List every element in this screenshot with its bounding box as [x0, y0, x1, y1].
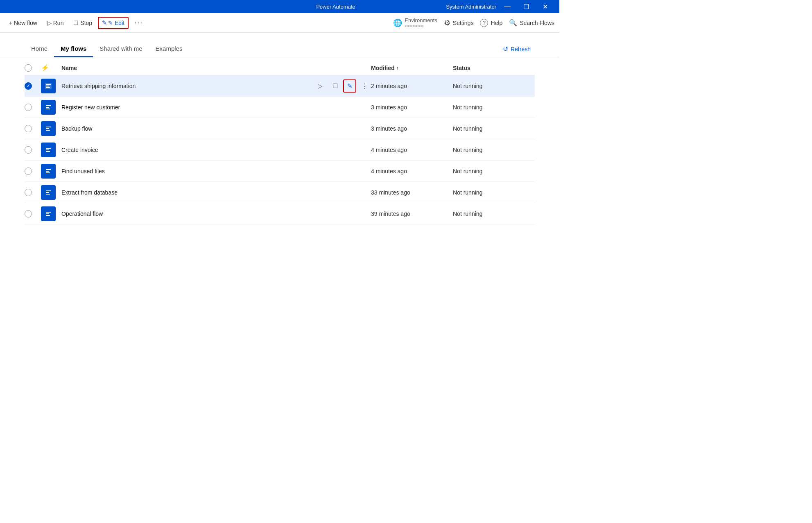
minimize-button[interactable]: — [498, 0, 517, 13]
row-copy-button[interactable]: ☐ [328, 79, 342, 93]
header-modified[interactable]: Modified ↑ [371, 65, 453, 71]
nav-tabs: Home My flows Shared with me Examples ↺ … [0, 41, 559, 57]
flow-type-icon [41, 121, 56, 136]
flow-icon-cell [41, 100, 61, 115]
new-flow-button[interactable]: + New flow [5, 17, 41, 29]
edit-label: ✎ Edit [108, 20, 124, 26]
title-bar: Power Automate System Administrator — ☐ … [0, 0, 559, 13]
edit-pencil-icon: ✎ [102, 19, 107, 27]
row-edit-button[interactable]: ✎ [343, 79, 356, 93]
table-row[interactable]: ✓ Retrieve shipping information ▷ ☐ ✎ ⋮ … [25, 75, 535, 97]
header-checkbox[interactable] [25, 64, 41, 72]
tab-examples[interactable]: Examples [149, 41, 189, 57]
row-checkbox[interactable] [25, 125, 41, 132]
row-select-radio[interactable] [25, 146, 32, 154]
row-checkbox[interactable] [25, 104, 41, 111]
flow-type-icon [41, 100, 56, 115]
svg-rect-11 [46, 149, 49, 150]
select-all-radio[interactable] [25, 64, 32, 72]
table-row[interactable]: Register new customer 3 minutes ago Not … [25, 97, 535, 118]
tab-my-flows[interactable]: My flows [54, 41, 93, 57]
app-title: Power Automate [226, 4, 446, 10]
edit-button[interactable]: ✎ ✎ Edit [98, 17, 129, 29]
environments-sub: •••••••••••• [405, 23, 437, 28]
svg-rect-20 [46, 213, 49, 214]
svg-rect-1 [46, 84, 51, 85]
environments-label: Environments [405, 17, 437, 23]
flow-name: Backup flow [61, 125, 371, 132]
svg-rect-17 [46, 192, 49, 193]
flow-type-icon: ⚡ [41, 64, 49, 71]
flow-name: Extract from database [61, 189, 371, 196]
row-modified: 39 minutes ago [371, 211, 453, 217]
svg-rect-21 [46, 215, 50, 216]
more-button[interactable]: ··· [130, 16, 147, 29]
header-icon-col: ⚡ [41, 64, 61, 72]
table-row[interactable]: Operational flow 39 minutes ago Not runn… [25, 203, 535, 224]
flow-type-icon [41, 206, 56, 221]
table-row[interactable]: Backup flow 3 minutes ago Not running [25, 118, 535, 139]
row-checkbox[interactable] [25, 189, 41, 196]
environments-item[interactable]: 🌐 Environments •••••••••••• [393, 17, 437, 28]
flow-type-icon [41, 164, 56, 179]
row-modified: 4 minutes ago [371, 168, 453, 174]
svg-rect-19 [46, 212, 51, 213]
row-select-radio[interactable] [25, 104, 32, 111]
row-checkbox[interactable] [25, 210, 41, 217]
search-item[interactable]: 🔍 Search Flows [509, 19, 554, 27]
refresh-icon: ↺ [503, 45, 508, 53]
settings-item[interactable]: ⚙ Settings [444, 18, 474, 27]
row-checkbox[interactable] [25, 146, 41, 154]
row-select-radio[interactable] [25, 189, 32, 196]
run-button[interactable]: ▷ Run [43, 17, 68, 29]
table-header: ⚡ Name Modified ↑ Status [25, 61, 535, 75]
svg-rect-10 [46, 148, 51, 149]
row-checkbox[interactable] [25, 168, 41, 175]
settings-label: Settings [453, 20, 474, 26]
toolbar-right: 🌐 Environments •••••••••••• ⚙ Settings ?… [393, 17, 554, 28]
maximize-button[interactable]: ☐ [517, 0, 536, 13]
flow-icon-cell [41, 206, 61, 221]
row-name-actions: Extract from database [61, 189, 371, 196]
row-status: Not running [453, 147, 535, 153]
help-item[interactable]: ? Help [480, 19, 502, 27]
refresh-label: Refresh [511, 46, 531, 52]
row-select-radio[interactable] [25, 168, 32, 175]
table-row[interactable]: Find unused files 4 minutes ago Not runn… [25, 161, 535, 182]
sort-asc-icon: ↑ [396, 65, 399, 71]
tab-shared-with-me[interactable]: Shared with me [93, 41, 149, 57]
svg-rect-6 [46, 109, 50, 109]
header-status: Status [453, 65, 535, 71]
close-button[interactable]: ✕ [536, 0, 554, 13]
svg-rect-7 [46, 127, 51, 127]
row-checkbox[interactable]: ✓ [25, 82, 41, 90]
row-select-radio[interactable] [25, 125, 32, 132]
header-name[interactable]: Name [61, 65, 371, 71]
refresh-button[interactable]: ↺ Refresh [499, 43, 535, 55]
flow-icon-cell [41, 121, 61, 136]
row-name-actions: Create invoice [61, 147, 371, 153]
svg-rect-13 [46, 169, 51, 170]
flow-icon-cell [41, 79, 61, 93]
help-question-icon: ? [480, 19, 488, 27]
help-label: Help [491, 20, 502, 26]
row-select-radio[interactable]: ✓ [25, 82, 32, 90]
row-select-radio[interactable] [25, 210, 32, 217]
table-row[interactable]: Extract from database 33 minutes ago Not… [25, 182, 535, 203]
svg-rect-5 [46, 107, 49, 108]
flow-name: Find unused files [61, 168, 371, 174]
row-status: Not running [453, 189, 535, 196]
row-name-actions: Backup flow [61, 125, 371, 132]
svg-rect-2 [46, 86, 49, 86]
row-status: Not running [453, 211, 535, 217]
row-run-button[interactable]: ▷ [314, 79, 327, 93]
svg-rect-4 [46, 105, 51, 106]
flow-name: Operational flow [61, 211, 371, 217]
stop-button[interactable]: ☐ Stop [69, 17, 96, 29]
toolbar: + New flow ▷ Run ☐ Stop ✎ ✎ Edit ··· 🌐 E… [0, 13, 559, 33]
tab-home[interactable]: Home [25, 41, 54, 57]
row-more-button[interactable]: ⋮ [358, 79, 371, 93]
table-row[interactable]: Create invoice 4 minutes ago Not running [25, 139, 535, 161]
row-modified: 33 minutes ago [371, 189, 453, 196]
svg-rect-16 [46, 190, 51, 191]
